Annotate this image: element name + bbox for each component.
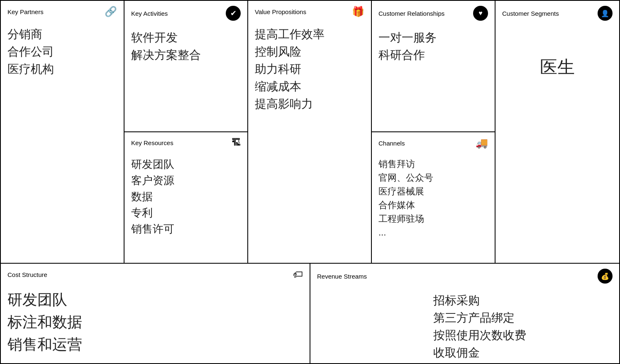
customer-relationships-cell: Customer Relationships ♥ 一对一服务 科研合作 <box>372 1 495 132</box>
key-partners-content: 分销商 合作公司 医疗机构 <box>7 26 117 258</box>
key-resources-cell: Key Resources 🏗 研发团队 客户资源 数据 专利 销售许可 <box>124 132 247 263</box>
revenue-streams-content: 招标采购 第三方产品绑定 按照使用次数收费 收取佣金 <box>433 292 613 362</box>
cost-structure-title: Cost Structure <box>7 271 47 278</box>
key-resources-icon: 🏗 <box>232 137 241 148</box>
cost-structure-header: Cost Structure 🏷 <box>7 269 303 280</box>
cost-structure-content: 研发团队 标注和数据 销售和运营 <box>7 289 303 358</box>
key-partners-cell: Key Partners 🔗 分销商 合作公司 医疗机构 <box>1 1 124 263</box>
customer-relationships-title: Customer Relationships <box>378 10 444 17</box>
value-propositions-title: Value Propositions <box>255 8 306 15</box>
value-propositions-icon: 🎁 <box>352 6 364 17</box>
revenue-streams-icon: 💰 <box>598 269 613 284</box>
customer-relationships-content: 一对一服务 科研合作 <box>378 29 488 64</box>
channels-content: 销售拜访 官网、公众号 医疗器械展 合作媒体 工程师驻场 ... <box>378 157 488 239</box>
channels-header: Channels 🚚 <box>378 137 488 149</box>
revenue-streams-title: Revenue Streams <box>317 273 367 280</box>
customer-segments-icon: 👤 <box>598 6 613 21</box>
customer-relationships-header: Customer Relationships ♥ <box>378 6 488 21</box>
channels-icon: 🚚 <box>476 137 488 149</box>
customer-segments-title: Customer Segments <box>502 10 559 17</box>
cost-structure-cell: Cost Structure 🏷 研发团队 标注和数据 销售和运营 <box>1 264 310 363</box>
middle-column: Key Activities ✔ 软件开发 解决方案整合 Key Resourc… <box>124 1 248 263</box>
value-propositions-content: 提高工作效率 控制风险 助力科研 缩减成本 提高影响力 <box>255 26 364 258</box>
key-resources-header: Key Resources 🏗 <box>131 137 241 148</box>
business-model-canvas: Key Partners 🔗 分销商 合作公司 医疗机构 Key Activit… <box>0 0 620 364</box>
key-resources-title: Key Resources <box>131 139 173 146</box>
channels-title: Channels <box>378 140 405 147</box>
key-partners-title: Key Partners <box>7 8 44 15</box>
cost-structure-icon: 🏷 <box>293 269 303 280</box>
right-mid-column: Customer Relationships ♥ 一对一服务 科研合作 Chan… <box>372 1 496 263</box>
key-activities-content: 软件开发 解决方案整合 <box>131 29 241 64</box>
customer-segments-cell: Customer Segments 👤 医生 <box>496 1 619 263</box>
key-activities-header: Key Activities ✔ <box>131 6 241 21</box>
customer-relationships-icon: ♥ <box>473 6 488 21</box>
value-propositions-cell: Value Propositions 🎁 提高工作效率 控制风险 助力科研 缩减… <box>248 1 372 263</box>
revenue-streams-header: Revenue Streams 💰 <box>317 269 613 284</box>
key-resources-content: 研发团队 客户资源 数据 专利 销售许可 <box>131 156 241 237</box>
revenue-streams-cell: Revenue Streams 💰 招标采购 第三方产品绑定 按照使用次数收费 … <box>310 264 619 363</box>
customer-segments-content: 医生 <box>502 54 613 258</box>
key-activities-title: Key Activities <box>131 10 168 17</box>
key-activities-cell: Key Activities ✔ 软件开发 解决方案整合 <box>124 1 247 132</box>
key-activities-icon: ✔ <box>226 6 241 21</box>
key-partners-header: Key Partners 🔗 <box>7 6 117 17</box>
top-section: Key Partners 🔗 分销商 合作公司 医疗机构 Key Activit… <box>1 1 619 264</box>
customer-segments-header: Customer Segments 👤 <box>502 6 613 21</box>
value-propositions-header: Value Propositions 🎁 <box>255 6 364 17</box>
key-partners-icon: 🔗 <box>105 6 117 17</box>
channels-cell: Channels 🚚 销售拜访 官网、公众号 医疗器械展 合作媒体 工程师驻场 … <box>372 132 495 263</box>
bottom-section: Cost Structure 🏷 研发团队 标注和数据 销售和运营 Revenu… <box>1 264 619 363</box>
